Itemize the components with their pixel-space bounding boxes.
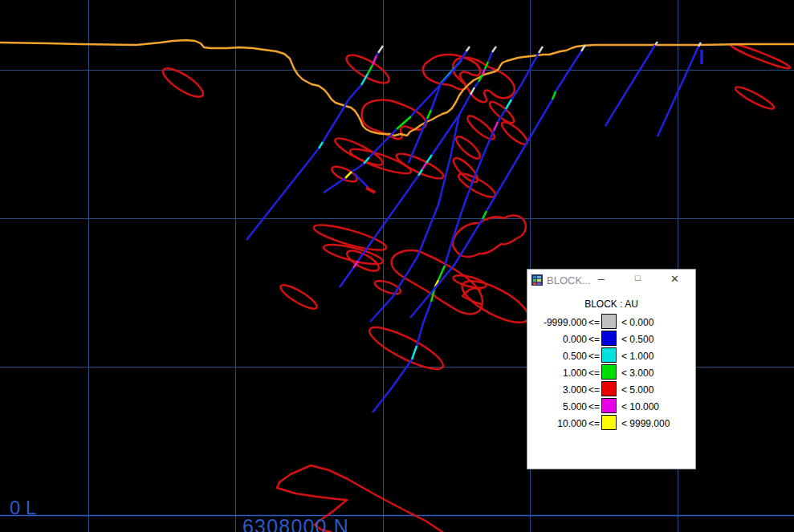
svg-text:6308000 N: 6308000 N (242, 515, 349, 532)
svg-text:0 L: 0 L (10, 497, 36, 518)
